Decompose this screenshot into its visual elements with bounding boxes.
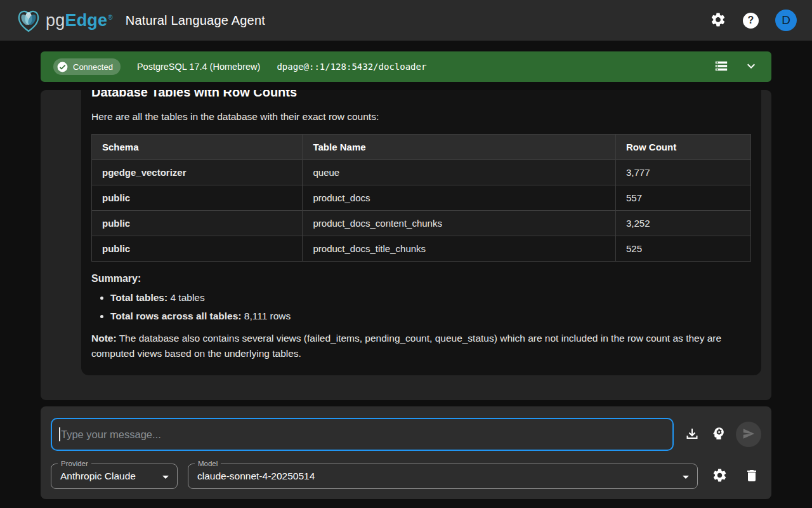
note-label: Note: xyxy=(91,333,117,344)
user-avatar[interactable]: D xyxy=(775,10,797,31)
pgedge-heart-icon xyxy=(15,8,42,33)
model-select-value: claude-sonnet-4-20250514 xyxy=(188,464,697,488)
server-version-label: PostgreSQL 17.4 (Homebrew) xyxy=(137,62,261,72)
text-caret xyxy=(59,427,60,441)
table-row: pgedge_vectorizerqueue3,777 xyxy=(92,160,751,185)
model-select[interactable]: Model claude-sonnet-4-20250514 xyxy=(188,464,698,489)
table-header-cell: Schema xyxy=(92,135,303,160)
connection-status-label: Connected xyxy=(73,62,113,72)
results-table: SchemaTable NameRow Count pgedge_vectori… xyxy=(91,134,751,262)
results-table-body: pgedge_vectorizerqueue3,777publicproduct… xyxy=(92,160,751,262)
brand-pg: pg xyxy=(46,11,65,30)
table-cell: 557 xyxy=(615,185,750,211)
download-icon xyxy=(684,426,700,443)
send-button[interactable] xyxy=(736,422,761,447)
message-note: Note: The database also contains several… xyxy=(91,331,751,361)
table-row: publicproduct_docs_title_chunks525 xyxy=(92,236,751,262)
table-cell: public xyxy=(92,211,303,236)
note-text: The database also contains several views… xyxy=(91,333,721,359)
connection-status-badge: Connected xyxy=(53,58,121,75)
settings-icon xyxy=(710,11,726,30)
provider-select-label: Provider xyxy=(58,459,91,468)
connection-details-button[interactable] xyxy=(714,59,728,75)
summary-label: Summary: xyxy=(91,273,751,284)
clear-conversation-button[interactable] xyxy=(744,468,759,485)
connection-bar: Connected PostgreSQL 17.4 (Homebrew) dpa… xyxy=(41,51,771,82)
thinking-mode-button[interactable] xyxy=(710,425,726,443)
table-cell: public xyxy=(92,185,303,211)
table-cell: public xyxy=(92,236,303,262)
table-cell: product_docs_content_chunks xyxy=(303,211,616,236)
table-row: publicproduct_docs_content_chunks3,252 xyxy=(92,211,751,236)
settings-button[interactable] xyxy=(710,11,726,30)
message-intro: Here are all the tables in the database … xyxy=(91,111,751,123)
table-cell: product_docs_title_chunks xyxy=(303,236,616,262)
storage-icon xyxy=(714,59,728,75)
table-cell: 525 xyxy=(615,236,750,262)
composer-panel: Provider Anthropic Claude Model claude-s… xyxy=(41,406,771,499)
chat-scroll-area[interactable]: Database Tables with Row Counts Here are… xyxy=(41,90,771,400)
table-cell: pgedge_vectorizer xyxy=(92,160,303,185)
table-cell: 3,252 xyxy=(615,211,750,236)
brand-wordmark: pgEdge® xyxy=(46,11,113,30)
brand-registered-mark: ® xyxy=(108,14,113,21)
table-cell: queue xyxy=(303,160,616,185)
connection-collapse-button[interactable] xyxy=(743,58,759,76)
help-icon: ? xyxy=(743,13,759,29)
psychology-icon xyxy=(710,425,726,443)
page-title: Natural Language Agent xyxy=(126,13,265,28)
table-header-cell: Row Count xyxy=(615,135,750,160)
model-settings-button[interactable] xyxy=(712,467,728,485)
message-heading: Database Tables with Row Counts xyxy=(91,90,751,100)
chevron-down-icon xyxy=(743,58,759,76)
arrow-dropdown-icon xyxy=(158,469,173,487)
summary-bullet: Total tables: 4 tables xyxy=(110,292,751,304)
table-cell: 3,777 xyxy=(615,160,750,185)
assistant-message: Database Tables with Row Counts Here are… xyxy=(81,90,761,375)
table-cell: product_docs xyxy=(303,185,616,211)
table-header-cell: Table Name xyxy=(303,135,616,160)
summary-bullet: Total rows across all tables: 8,111 rows xyxy=(110,311,751,322)
brand-edge: Edge xyxy=(65,11,107,30)
gear-icon xyxy=(712,467,728,485)
summary-bullet-list: Total tables: 4 tablesTotal rows across … xyxy=(91,292,751,322)
check-circle-icon xyxy=(56,61,69,73)
message-input[interactable] xyxy=(51,418,674,451)
connection-string: dpage@::1/128:5432/docloader xyxy=(277,62,426,72)
model-select-label: Model xyxy=(195,459,221,468)
download-conversation-button[interactable] xyxy=(684,426,700,443)
app-header: pgEdge® Natural Language Agent ? D xyxy=(0,0,812,41)
provider-select[interactable]: Provider Anthropic Claude xyxy=(51,464,178,489)
help-button[interactable]: ? xyxy=(743,13,759,29)
table-row: publicproduct_docs557 xyxy=(92,185,751,211)
trash-icon xyxy=(744,468,759,485)
send-icon xyxy=(742,427,756,443)
pgedge-logo: pgEdge® xyxy=(15,8,113,33)
results-table-head-row: SchemaTable NameRow Count xyxy=(92,135,751,160)
message-input-wrap xyxy=(51,418,674,451)
arrow-dropdown-icon xyxy=(678,469,693,487)
